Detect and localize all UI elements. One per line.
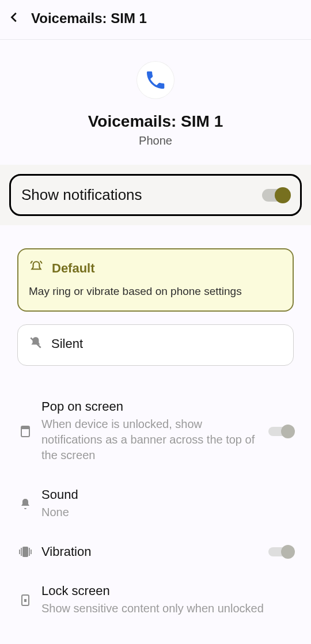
setting-lock-desc: Show sensitive content only when unlocke… (41, 601, 294, 616)
page-title: Voicemails: SIM 1 (88, 112, 223, 131)
vibration-toggle[interactable] (268, 545, 294, 558)
setting-lock-screen[interactable]: Lock screen Show sensitive content only … (17, 584, 294, 616)
show-notifications-label: Show notifications (21, 186, 142, 204)
svg-rect-4 (24, 599, 26, 602)
setting-pop-on-screen[interactable]: Pop on screen When device is unlocked, s… (17, 399, 294, 463)
svg-rect-2 (21, 426, 29, 429)
back-icon[interactable] (8, 11, 21, 26)
setting-sound-value: None (41, 505, 294, 520)
setting-sound-title: Sound (41, 487, 294, 502)
setting-sound[interactable]: Sound None (17, 487, 294, 520)
banner-icon (17, 425, 33, 438)
alert-options: Default May ring or vibrate based on pho… (0, 225, 311, 366)
vibration-icon (17, 547, 33, 557)
alert-option-silent-title: Silent (51, 336, 83, 351)
setting-pop-desc: When device is unlocked, show notificati… (41, 416, 260, 463)
settings-list: Pop on screen When device is unlocked, s… (0, 366, 311, 616)
setting-vibration-title: Vibration (41, 544, 260, 559)
show-notifications-toggle[interactable] (262, 188, 290, 203)
hero-section: Voicemails: SIM 1 Phone (0, 40, 311, 165)
phone-app-icon (137, 62, 174, 99)
setting-vibration[interactable]: Vibration (17, 544, 294, 559)
pop-on-screen-toggle[interactable] (268, 425, 294, 438)
bell-slash-icon (28, 335, 43, 353)
page-subtitle: Phone (139, 134, 172, 147)
setting-lock-title: Lock screen (41, 584, 294, 598)
bell-alert-icon (29, 260, 44, 277)
app-header: Voicemails: SIM 1 (0, 0, 311, 40)
lock-screen-icon (17, 593, 33, 607)
show-notifications-toggle-row[interactable]: Show notifications (9, 174, 302, 216)
alert-option-default[interactable]: Default May ring or vibrate based on pho… (17, 248, 294, 312)
alert-option-default-desc: May ring or vibrate based on phone setti… (29, 285, 282, 298)
alert-option-silent[interactable]: Silent (17, 324, 294, 366)
setting-pop-title: Pop on screen (41, 399, 260, 414)
header-title: Voicemails: SIM 1 (31, 10, 147, 26)
bell-icon (17, 497, 33, 511)
alert-option-default-title: Default (52, 261, 95, 276)
show-notifications-section: Show notifications (0, 165, 311, 225)
